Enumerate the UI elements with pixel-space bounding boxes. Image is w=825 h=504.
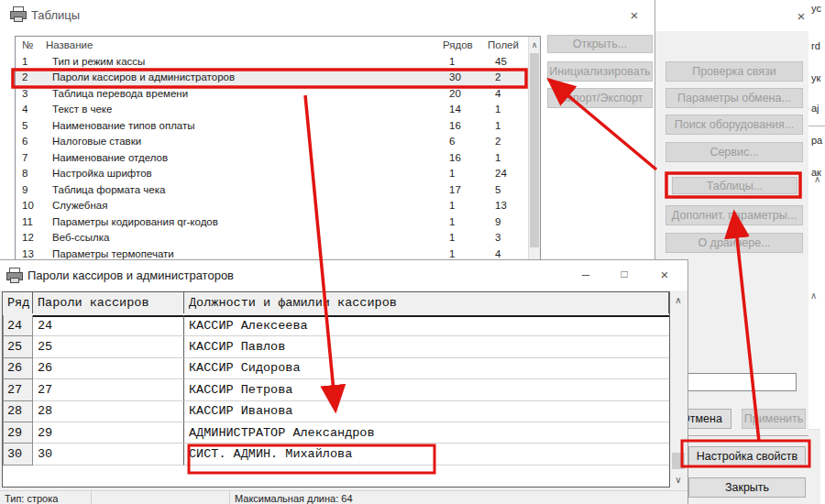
passwords-row-25[interactable]: 2525КАССИР Павлов (3, 336, 669, 357)
cell-rows: 1 (443, 232, 489, 243)
cell: КАССИР Павлов (184, 336, 669, 357)
cell-rows: 16 (443, 152, 489, 163)
scrollbar-thumb[interactable] (672, 453, 685, 469)
cell-fields: 4 (489, 88, 527, 99)
cell-rows: 1 (443, 216, 489, 227)
passwords-row-28[interactable]: 2828КАССИР Иванова (3, 401, 669, 422)
cell-fields: 45 (489, 56, 527, 67)
cell: КАССИР Алексеева (184, 315, 669, 336)
column-header-row: Ряд (3, 292, 33, 313)
cell-num: 13 (16, 248, 46, 259)
tables-list-row-3[interactable]: 3Таблица перевода времени204 (16, 85, 527, 102)
printer-icon (10, 6, 26, 21)
tables-list-row-7[interactable]: 7Наименование отделов161 (16, 149, 527, 166)
column-header-rows: Рядов (443, 39, 473, 50)
tables-list-scrollbar[interactable]: ∧ (528, 37, 540, 263)
tables-list[interactable]: № Название Рядов Полей 1Тип и режим касс… (15, 36, 541, 264)
passwords-row-26[interactable]: 2626КАССИР Сидорова (3, 358, 669, 379)
panel-button-2[interactable]: Поиск оборудования... (666, 115, 803, 135)
scroll-up-icon[interactable]: ∧ (810, 290, 817, 301)
cell-rows: 6 (443, 136, 489, 147)
cell: 29 (33, 422, 184, 444)
panel-button-4[interactable]: Таблицы... (672, 177, 798, 194)
tables-window-titlebar[interactable] (2, 0, 654, 29)
cell-fields: 1 (489, 152, 527, 163)
cell-num: 7 (16, 152, 46, 163)
cell: 28 (33, 401, 184, 422)
passwords-row-27[interactable]: 2727КАССИР Петрова (3, 379, 669, 400)
cell-rows: 1 (443, 168, 489, 179)
maximize-icon[interactable]: □ (616, 267, 632, 283)
cell: 30 (33, 444, 184, 465)
tables-list-row-8[interactable]: 8Настройка шрифтов124 (16, 166, 527, 182)
tables-list-row-6[interactable]: 6Налоговые ставки62 (16, 134, 527, 150)
cell-name: Параметры термопечати (46, 248, 443, 259)
cell-num: 6 (16, 136, 46, 147)
panel-button-3[interactable]: Сервис... (666, 142, 803, 162)
close-icon[interactable]: × (793, 8, 809, 25)
tables-list-row-10[interactable]: 10Служебная113 (16, 198, 527, 214)
cell-fields: 13 (489, 200, 527, 211)
close-window-button[interactable]: Закрыть (688, 477, 806, 498)
scroll-up-icon[interactable]: ∧ (814, 174, 820, 184)
scroll-up-icon[interactable]: ∧ (671, 296, 686, 305)
tables-window-button-0[interactable]: Открыть... (547, 35, 653, 53)
tables-list-row-12[interactable]: 12Веб-ссылка13 (16, 230, 527, 247)
cell-rows: 17 (443, 184, 489, 195)
properties-dialog-titlebar (655, 0, 808, 31)
cell: КАССИР Петрова (184, 379, 669, 400)
cell-num: 11 (16, 216, 46, 227)
cell-num: 4 (16, 104, 46, 115)
cell-rows: 1 (443, 56, 489, 67)
tables-window-button-2[interactable]: Импорт/Экспорт (547, 88, 653, 108)
driver-utility-window: Настройка свойств Закрыть (674, 429, 820, 504)
cell: 24 (33, 315, 184, 336)
cell-fields: 1 (489, 104, 527, 115)
passwords-table-scrollbar[interactable]: ∧ ∨ (671, 291, 686, 488)
close-icon[interactable]: × (656, 267, 673, 283)
panel-button-1[interactable]: Параметры обмена... (666, 88, 803, 108)
cell-rows: 16 (443, 120, 489, 131)
panel-button-6[interactable]: О драйвере... (666, 233, 803, 253)
passwords-table[interactable]: Ряд Пароли кассиров Должности и фамилии … (2, 291, 670, 488)
status-max-length: Максимальная длина: 64 (235, 493, 353, 504)
tables-list-row-4[interactable]: 4Текст в чеке141 (16, 102, 527, 118)
edge-fragment-1: rd (811, 40, 820, 51)
cell-name: Наименование типов оплаты (46, 120, 443, 131)
cell-name: Таблица перевода времени (46, 88, 443, 99)
cell-name: Таблица формата чека (46, 184, 443, 195)
cell: 27 (3, 379, 33, 400)
tables-list-row-5[interactable]: 5Наименование типов оплаты161 (16, 117, 527, 134)
properties-setup-button[interactable]: Настройка свойств (688, 446, 806, 466)
tables-list-row-1[interactable]: 1Тип и режим кассы145 (16, 53, 527, 70)
close-icon[interactable]: × (626, 7, 643, 24)
cell-name: Настройка шрифтов (46, 168, 443, 179)
panel-button-0[interactable]: Проверка связи (666, 61, 803, 82)
column-header-position: Должности и фамилии кассиров (184, 292, 669, 313)
passwords-row-29[interactable]: 2929АДМИНИСТРАТОР Александров (3, 422, 669, 444)
cell-name: Параметры кодирования qr-кодов (46, 216, 443, 227)
tables-list-row-9[interactable]: 9Таблица формата чека175 (16, 181, 527, 198)
apply-button[interactable]: Применить (742, 409, 806, 429)
tables-list-row-11[interactable]: 11Параметры кодирования qr-кодов19 (16, 214, 527, 230)
scrollbar-thumb[interactable] (530, 53, 539, 247)
cell-name: Служебная (46, 200, 443, 211)
cell-num: 5 (16, 120, 46, 131)
device-text-field[interactable] (679, 373, 797, 391)
cell-name: Тип и режим кассы (46, 56, 443, 67)
edge-fragment-0: ус (811, 3, 821, 14)
tables-list-row-2[interactable]: 2Пароли кассиров и администраторов302 (16, 70, 527, 86)
tables-window-button-1[interactable]: Инициализировать (547, 61, 653, 82)
cell-name: Веб-ссылка (46, 232, 443, 243)
passwords-row-30[interactable]: 3030СИСТ. АДМИН. Михайлова (3, 444, 669, 465)
cell-name: Наименование отделов (46, 152, 443, 163)
panel-button-5[interactable]: Дополнит. параметры... (666, 205, 803, 225)
edge-fragment-3: ај (811, 103, 820, 114)
cell-fields: 4 (489, 248, 527, 259)
passwords-row-24[interactable]: 2424КАССИР Алексеева (3, 315, 669, 336)
cell-rows: 14 (443, 104, 489, 115)
scroll-down-icon[interactable]: ∨ (671, 476, 686, 485)
status-type: Тип: строка (5, 493, 58, 504)
scroll-up-icon[interactable]: ∧ (529, 40, 540, 49)
minimize-icon[interactable]: – (578, 266, 594, 282)
